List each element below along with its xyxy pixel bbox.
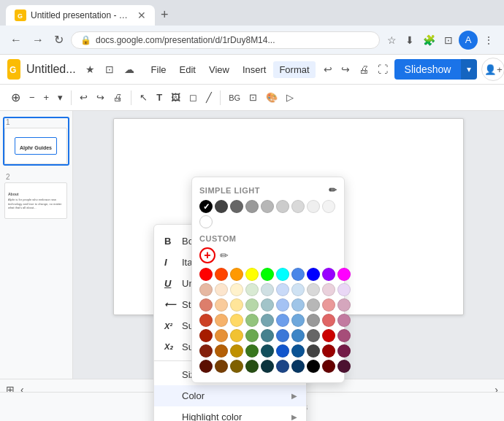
color-swatch-5-2[interactable] bbox=[230, 344, 243, 358]
color-swatch-5-6[interactable] bbox=[291, 344, 305, 358]
menu-insert[interactable]: Insert bbox=[237, 61, 272, 78]
edit-custom-color-button[interactable]: ✏ bbox=[220, 250, 229, 261]
line-button[interactable]: ╱ bbox=[202, 90, 215, 105]
shape-button[interactable]: ◻ bbox=[186, 90, 201, 105]
refresh-button[interactable]: ↻ bbox=[51, 30, 66, 50]
color-swatch-5-9[interactable] bbox=[337, 344, 351, 358]
color-swatch-6-8[interactable] bbox=[322, 360, 335, 373]
color-swatch-1-1[interactable] bbox=[215, 283, 228, 296]
theme-button[interactable]: 🎨 bbox=[262, 90, 281, 105]
layout-button[interactable]: ⊡ bbox=[245, 90, 261, 105]
slide-thumb-2[interactable]: 2 About Alphr is for people who embrace … bbox=[3, 171, 69, 220]
menu-dots-icon[interactable]: ⋮ bbox=[481, 31, 497, 50]
menu-view[interactable]: View bbox=[203, 61, 235, 78]
color-swatch-0-8[interactable] bbox=[322, 268, 335, 281]
star-button[interactable]: ★ bbox=[83, 61, 97, 77]
color-swatch-0-1[interactable] bbox=[215, 268, 228, 281]
color-swatch-1-7[interactable] bbox=[307, 283, 320, 296]
cloud-button[interactable]: ☁ bbox=[122, 61, 137, 77]
redo-button[interactable]: ↪ bbox=[339, 61, 352, 77]
cursor-button[interactable]: ↖ bbox=[136, 90, 151, 105]
format-highlight-item[interactable]: Highlight color bbox=[154, 406, 306, 421]
color-swatch-4-5[interactable] bbox=[276, 329, 289, 342]
color-swatch-3-2[interactable] bbox=[230, 314, 243, 327]
color-swatch-6-6[interactable] bbox=[291, 360, 305, 373]
print-fmt-button[interactable]: 🖨 bbox=[110, 90, 126, 105]
zoom-button[interactable]: ⛶ bbox=[375, 61, 390, 77]
color-swatch-5-7[interactable] bbox=[307, 344, 320, 358]
color-swatch-3-1[interactable] bbox=[215, 314, 228, 327]
color-swatch-4-1[interactable] bbox=[215, 329, 228, 342]
browser-tab[interactable]: G Untitled presentation - Google S... ✕ bbox=[6, 5, 155, 26]
color-swatch-1-8[interactable] bbox=[322, 283, 335, 296]
simple-light-swatch-3[interactable] bbox=[245, 200, 259, 213]
color-swatch-0-0[interactable] bbox=[199, 268, 213, 281]
download-icon[interactable]: ⬇ bbox=[402, 31, 417, 50]
color-swatch-4-0[interactable] bbox=[199, 329, 213, 342]
color-swatch-3-0[interactable] bbox=[199, 314, 213, 327]
color-swatch-0-7[interactable] bbox=[307, 268, 320, 281]
color-swatch-5-0[interactable] bbox=[199, 344, 213, 358]
color-swatch-6-5[interactable] bbox=[276, 360, 289, 373]
color-swatch-0-3[interactable] bbox=[245, 268, 259, 281]
slide-thumb-1[interactable]: 1 Alphr Guides bbox=[3, 117, 69, 166]
menu-edit[interactable]: Edit bbox=[174, 61, 202, 78]
simple-light-swatch-5[interactable] bbox=[276, 200, 289, 213]
color-swatch-4-4[interactable] bbox=[261, 329, 274, 342]
color-swatch-2-5[interactable] bbox=[276, 298, 289, 312]
color-swatch-0-6[interactable] bbox=[291, 268, 305, 281]
color-swatch-3-5[interactable] bbox=[276, 314, 289, 327]
tab-close-button[interactable]: ✕ bbox=[137, 9, 146, 21]
simple-light-swatch-9[interactable] bbox=[199, 215, 213, 228]
zoom-out-button[interactable]: − bbox=[26, 90, 39, 105]
format-color-item[interactable]: Color bbox=[154, 385, 306, 406]
text-button[interactable]: T bbox=[153, 90, 166, 105]
color-swatch-3-6[interactable] bbox=[291, 314, 305, 327]
color-swatch-5-1[interactable] bbox=[215, 344, 228, 358]
color-swatch-2-4[interactable] bbox=[261, 298, 274, 312]
simple-light-swatch-6[interactable] bbox=[291, 200, 305, 213]
bookmark-button[interactable]: ⊡ bbox=[103, 61, 116, 77]
color-swatch-2-6[interactable] bbox=[291, 298, 305, 312]
add-custom-color-button[interactable]: + bbox=[199, 247, 215, 263]
simple-light-swatch-2[interactable] bbox=[230, 200, 243, 213]
color-swatch-3-8[interactable] bbox=[322, 314, 335, 327]
color-swatch-3-9[interactable] bbox=[337, 314, 351, 327]
color-swatch-3-4[interactable] bbox=[261, 314, 274, 327]
color-swatch-1-9[interactable] bbox=[337, 283, 351, 296]
color-swatch-2-8[interactable] bbox=[322, 298, 335, 312]
color-swatch-4-3[interactable] bbox=[245, 329, 259, 342]
color-swatch-4-7[interactable] bbox=[307, 329, 320, 342]
color-swatch-2-3[interactable] bbox=[245, 298, 259, 312]
color-swatch-6-0[interactable] bbox=[199, 360, 213, 373]
slideshow-button[interactable]: Slideshow bbox=[394, 59, 462, 80]
color-swatch-3-7[interactable] bbox=[307, 314, 320, 327]
color-swatch-6-2[interactable] bbox=[230, 360, 243, 373]
color-swatch-2-7[interactable] bbox=[307, 298, 320, 312]
profile-icon[interactable]: ⊡ bbox=[441, 31, 456, 50]
transitions-button[interactable]: ▷ bbox=[283, 90, 297, 105]
edit-simple-light-button[interactable]: ✏ bbox=[329, 185, 337, 196]
color-swatch-5-8[interactable] bbox=[322, 344, 335, 358]
menu-file[interactable]: File bbox=[145, 61, 172, 78]
color-swatch-4-8[interactable] bbox=[322, 329, 335, 342]
color-swatch-1-5[interactable] bbox=[276, 283, 289, 296]
color-swatch-1-4[interactable] bbox=[261, 283, 274, 296]
color-swatch-1-6[interactable] bbox=[291, 283, 305, 296]
new-tab-button[interactable]: + bbox=[155, 4, 175, 26]
simple-light-swatch-4[interactable] bbox=[261, 200, 274, 213]
color-swatch-5-3[interactable] bbox=[245, 344, 259, 358]
slideshow-dropdown-button[interactable]: ▾ bbox=[461, 59, 477, 80]
print-button[interactable]: 🖨 bbox=[356, 61, 371, 77]
insert-button[interactable]: ⊕ bbox=[7, 88, 24, 107]
bookmark-icon[interactable]: ☆ bbox=[384, 31, 400, 50]
color-swatch-5-4[interactable] bbox=[261, 344, 274, 358]
color-swatch-1-2[interactable] bbox=[230, 283, 243, 296]
redo-fmt-button[interactable]: ↪ bbox=[93, 90, 108, 105]
color-swatch-4-2[interactable] bbox=[230, 329, 243, 342]
color-swatch-5-5[interactable] bbox=[276, 344, 289, 358]
share-button[interactable]: 👤+ bbox=[481, 58, 504, 81]
color-swatch-1-3[interactable] bbox=[245, 283, 259, 296]
color-swatch-6-7[interactable] bbox=[307, 360, 320, 373]
color-swatch-2-9[interactable] bbox=[337, 298, 351, 312]
